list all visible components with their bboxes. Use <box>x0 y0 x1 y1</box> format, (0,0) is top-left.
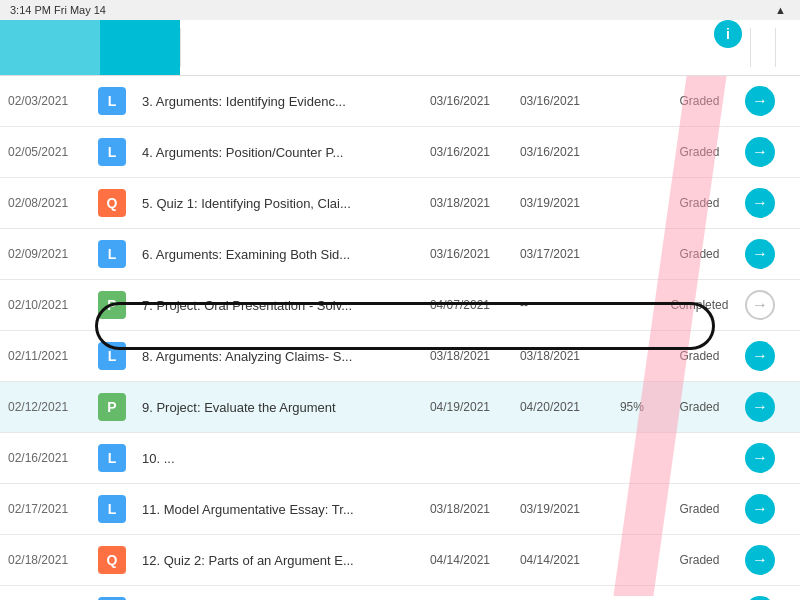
row-score <box>602 229 662 280</box>
row-arrow-cell: → <box>737 127 800 178</box>
row-assignment-name: 8. Arguments: Analyzing Claims- S... <box>134 331 422 382</box>
row-due-date: 04/14/2021 <box>422 535 512 586</box>
row-type-badge: L <box>90 433 134 484</box>
row-arrow-btn[interactable]: → <box>745 596 775 600</box>
table-row[interactable]: 02/22/2021 L 13. Model Argumentative Ess… <box>0 586 800 601</box>
row-submitted-date <box>512 433 602 484</box>
row-score <box>602 535 662 586</box>
row-type-badge: L <box>90 586 134 601</box>
row-assignment-name: 9. Project: Evaluate the Argument <box>134 382 422 433</box>
row-arrow-btn[interactable]: → <box>745 494 775 524</box>
status-time: 3:14 PM Fri May 14 <box>10 4 106 16</box>
row-submitted-date: 03/19/2021 <box>512 586 602 601</box>
row-due-date: 03/18/2021 <box>422 331 512 382</box>
row-submitted-date: -- <box>512 280 602 331</box>
row-assignment-name: 5. Quiz 1: Identifying Position, Clai... <box>134 178 422 229</box>
row-type-badge: Q <box>90 178 134 229</box>
row-arrow-btn[interactable]: → <box>745 341 775 371</box>
row-arrow-btn-inactive: → <box>745 290 775 320</box>
row-due-date: 04/19/2021 <box>422 382 512 433</box>
row-score <box>602 280 662 331</box>
row-status: Graded <box>662 229 737 280</box>
table-row[interactable]: 02/16/2021 L 10. ... → <box>0 433 800 484</box>
table-row[interactable]: 02/05/2021 L 4. Arguments: Position/Coun… <box>0 127 800 178</box>
row-submitted-date: 03/18/2021 <box>512 331 602 382</box>
row-assignment-name: 10. ... <box>134 433 422 484</box>
table-row[interactable]: 02/18/2021 Q 12. Quiz 2: Parts of an Arg… <box>0 535 800 586</box>
row-date: 02/05/2021 <box>0 127 90 178</box>
table-row[interactable]: 02/03/2021 L 3. Arguments: Identifying E… <box>0 76 800 127</box>
row-assignment-name: 11. Model Argumentative Essay: Tr... <box>134 484 422 535</box>
row-arrow-btn[interactable]: → <box>745 545 775 575</box>
row-type-badge: L <box>90 229 134 280</box>
row-submitted-date: 04/14/2021 <box>512 535 602 586</box>
assignments-table: 02/03/2021 L 3. Arguments: Identifying E… <box>0 76 800 600</box>
top-nav: i <box>0 20 800 76</box>
row-date: 02/18/2021 <box>0 535 90 586</box>
row-arrow-btn[interactable]: → <box>745 239 775 269</box>
row-score <box>602 76 662 127</box>
courses-tab[interactable] <box>100 20 180 75</box>
row-type-badge: L <box>90 331 134 382</box>
row-status: Graded <box>662 178 737 229</box>
row-assignment-name: 13. Model Argumentative Essay: C... <box>134 586 422 601</box>
row-due-date: 03/18/2021 <box>422 178 512 229</box>
row-arrow-btn[interactable]: → <box>745 443 775 473</box>
row-arrow-btn[interactable]: → <box>745 188 775 218</box>
row-type-badge: L <box>90 76 134 127</box>
row-assignment-name: 4. Arguments: Position/Counter P... <box>134 127 422 178</box>
row-date: 02/08/2021 <box>0 178 90 229</box>
row-arrow-cell: → <box>737 178 800 229</box>
row-assignment-name: 3. Arguments: Identifying Evidenc... <box>134 76 422 127</box>
row-type-badge: L <box>90 127 134 178</box>
table-row[interactable]: 02/09/2021 L 6. Arguments: Examining Bot… <box>0 229 800 280</box>
question-label <box>776 20 800 75</box>
row-assignment-name: 12. Quiz 2: Parts of an Argument E... <box>134 535 422 586</box>
row-score <box>602 127 662 178</box>
table-row[interactable]: 02/08/2021 Q 5. Quiz 1: Identifying Posi… <box>0 178 800 229</box>
row-status: Completed <box>662 280 737 331</box>
row-date: 02/11/2021 <box>0 331 90 382</box>
info-button[interactable]: i <box>714 20 742 48</box>
row-score: 95% <box>602 382 662 433</box>
table-row[interactable]: 02/17/2021 L 11. Model Argumentative Ess… <box>0 484 800 535</box>
row-date: 02/16/2021 <box>0 433 90 484</box>
row-status <box>662 433 737 484</box>
wifi-icon: ▲ <box>775 4 786 16</box>
row-date: 02/22/2021 <box>0 586 90 601</box>
assignments-table-container: 02/03/2021 L 3. Arguments: Identifying E… <box>0 76 800 600</box>
row-score <box>602 586 662 601</box>
row-assignment-name: 6. Arguments: Examining Both Sid... <box>134 229 422 280</box>
row-due-date <box>422 433 512 484</box>
row-arrow-btn[interactable]: → <box>745 86 775 116</box>
table-row[interactable]: 02/10/2021 P 7. Project: Oral Presentati… <box>0 280 800 331</box>
row-arrow-cell: → <box>737 331 800 382</box>
row-status: Graded <box>662 586 737 601</box>
row-type-badge: Q <box>90 535 134 586</box>
row-due-date: 03/18/2021 <box>422 484 512 535</box>
row-arrow-cell: → <box>737 484 800 535</box>
status-bar: 3:14 PM Fri May 14 ▲ <box>0 0 800 20</box>
row-date: 02/03/2021 <box>0 76 90 127</box>
assignment-info <box>181 20 706 75</box>
assignments-tab[interactable] <box>0 20 100 75</box>
row-status: Graded <box>662 127 737 178</box>
row-arrow-btn[interactable]: → <box>745 392 775 422</box>
table-row[interactable]: 02/11/2021 L 8. Arguments: Analyzing Cla… <box>0 331 800 382</box>
row-type-badge: P <box>90 382 134 433</box>
row-date: 02/10/2021 <box>0 280 90 331</box>
row-arrow-cell: → <box>737 280 800 331</box>
row-arrow-cell: → <box>737 76 800 127</box>
row-score <box>602 484 662 535</box>
row-arrow-cell: → <box>737 229 800 280</box>
row-due-date: 03/16/2021 <box>422 229 512 280</box>
row-score <box>602 331 662 382</box>
row-submitted-date: 03/16/2021 <box>512 127 602 178</box>
row-due-date: 03/16/2021 <box>422 76 512 127</box>
row-submitted-date: 03/17/2021 <box>512 229 602 280</box>
row-score <box>602 178 662 229</box>
row-arrow-cell: → <box>737 433 800 484</box>
row-status: Graded <box>662 382 737 433</box>
row-arrow-btn[interactable]: → <box>745 137 775 167</box>
table-row[interactable]: 02/12/2021 P 9. Project: Evaluate the Ar… <box>0 382 800 433</box>
